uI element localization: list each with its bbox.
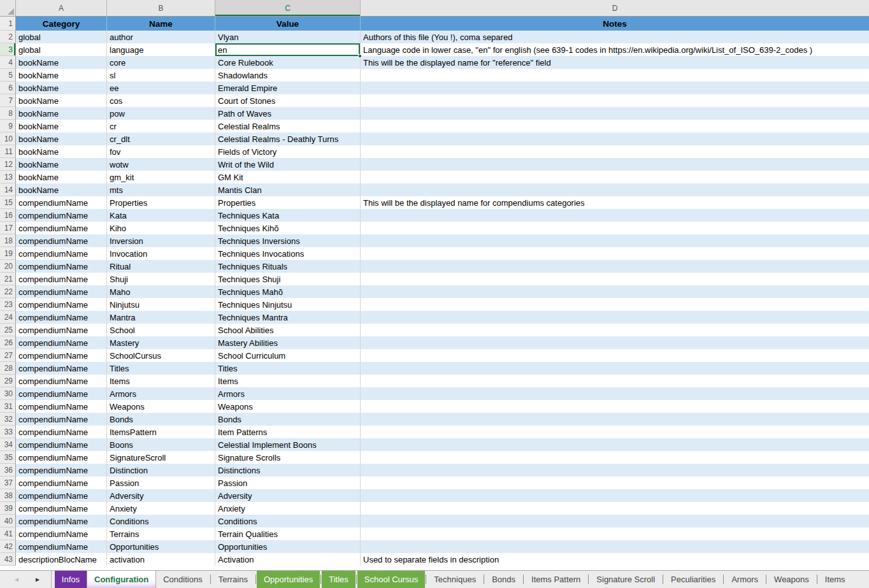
cell-A12[interactable]: bookName (16, 158, 107, 171)
cell-A6[interactable]: bookName (16, 82, 107, 94)
cell-D11[interactable] (361, 145, 869, 158)
cell-C40[interactable]: Conditions (215, 515, 361, 527)
header-cell-notes[interactable]: Notes (361, 17, 869, 31)
row-header-19[interactable]: 19 (0, 247, 16, 260)
cell-D33[interactable] (361, 426, 869, 438)
cell-D15[interactable]: This will be the displayed name for comp… (361, 196, 869, 209)
cell-D20[interactable] (361, 260, 869, 273)
header-cell-value[interactable]: Value (215, 17, 361, 31)
cell-A7[interactable]: bookName (16, 94, 107, 107)
row-header-16[interactable]: 16 (0, 209, 16, 222)
cell-C36[interactable]: Distinctions (215, 464, 361, 477)
cell-A35[interactable]: compendiumName (16, 451, 107, 464)
cell-B24[interactable]: Mantra (107, 311, 215, 324)
cell-C37[interactable]: Passion (215, 477, 361, 489)
tab-techniques[interactable]: Techniques (427, 571, 483, 588)
cell-B7[interactable]: cos (107, 94, 215, 107)
tab-signature-scroll[interactable]: Signature Scroll (589, 571, 662, 588)
cell-B43[interactable]: activation (107, 553, 215, 566)
cell-D43[interactable]: Used to separate fields in description (361, 553, 869, 566)
cell-A18[interactable]: compendiumName (16, 234, 107, 247)
row-header-15[interactable]: 15 (0, 196, 16, 209)
cell-D2[interactable]: Authors of this file (You !), coma separ… (361, 31, 869, 43)
cell-A20[interactable]: compendiumName (16, 260, 107, 273)
cell-C24[interactable]: Techniques Mantra (215, 311, 361, 324)
cell-C34[interactable]: Celestial Implement Boons (215, 438, 361, 451)
cell-D26[interactable] (361, 336, 869, 349)
cell-C7[interactable]: Court of Stones (215, 94, 361, 107)
cell-C28[interactable]: Titles (215, 362, 361, 375)
row-header-34[interactable]: 34 (0, 438, 16, 451)
row-header-23[interactable]: 23 (0, 298, 16, 311)
cell-A43[interactable]: descriptionBlocName (16, 553, 107, 566)
cell-C8[interactable]: Path of Waves (215, 107, 361, 120)
cell-A40[interactable]: compendiumName (16, 515, 107, 527)
cell-A23[interactable]: compendiumName (16, 298, 107, 311)
cell-C13[interactable]: GM Kit (215, 171, 361, 183)
sheet-nav-right-icon[interactable]: ► (34, 577, 41, 583)
cell-A26[interactable]: compendiumName (16, 336, 107, 349)
cell-D18[interactable] (361, 234, 869, 247)
header-cell-name[interactable]: Name (107, 17, 215, 31)
row-header-30[interactable]: 30 (0, 387, 16, 400)
cell-C5[interactable]: Shadowlands (215, 69, 361, 82)
cell-B40[interactable]: Conditions (107, 515, 215, 527)
cell-C22[interactable]: Techniques Mahõ (215, 285, 361, 298)
cell-B16[interactable]: Kata (107, 209, 215, 222)
row-header-27[interactable]: 27 (0, 349, 16, 362)
cell-A32[interactable]: compendiumName (16, 413, 107, 426)
cell-A34[interactable]: compendiumName (16, 438, 107, 451)
cell-B3[interactable]: language (107, 43, 215, 56)
cell-C31[interactable]: Weapons (215, 400, 361, 413)
cell-D34[interactable] (361, 438, 869, 451)
cell-B31[interactable]: Weapons (107, 400, 215, 413)
tab-infos[interactable]: Infos (55, 571, 87, 588)
cell-B36[interactable]: Distinction (107, 464, 215, 477)
cell-D25[interactable] (361, 324, 869, 336)
cell-B17[interactable]: Kiho (107, 222, 215, 234)
cell-D30[interactable] (361, 387, 869, 400)
cell-B27[interactable]: SchoolCursus (107, 349, 215, 362)
cell-D7[interactable] (361, 94, 869, 107)
cell-B28[interactable]: Titles (107, 362, 215, 375)
cell-B39[interactable]: Anxiety (107, 502, 215, 515)
cell-A38[interactable]: compendiumName (16, 489, 107, 502)
row-header-11[interactable]: 11 (0, 145, 16, 158)
cell-C15[interactable]: Properties (215, 196, 361, 209)
cell-D17[interactable] (361, 222, 869, 234)
cell-D27[interactable] (361, 349, 869, 362)
cell-B13[interactable]: gm_kit (107, 171, 215, 183)
cell-C23[interactable]: Techniques Ninjutsu (215, 298, 361, 311)
cell-A8[interactable]: bookName (16, 107, 107, 120)
tab-items[interactable]: Items (818, 571, 852, 588)
cell-B26[interactable]: Mastery (107, 336, 215, 349)
cell-C12[interactable]: Writ of the Wild (215, 158, 361, 171)
cell-B25[interactable]: School (107, 324, 215, 336)
cell-C20[interactable]: Techniques Rituals (215, 260, 361, 273)
column-header-b[interactable]: B (107, 0, 215, 16)
cell-B20[interactable]: Ritual (107, 260, 215, 273)
cell-C16[interactable]: Techniques Kata (215, 209, 361, 222)
cell-C39[interactable]: Anxiety (215, 502, 361, 515)
cell-A16[interactable]: compendiumName (16, 209, 107, 222)
cell-C19[interactable]: Techniques Invocations (215, 247, 361, 260)
selection-fill-handle[interactable] (358, 54, 362, 58)
cell-B33[interactable]: ItemsPattern (107, 426, 215, 438)
row-header-1[interactable]: 1 (0, 17, 16, 31)
cell-A14[interactable]: bookName (16, 183, 107, 196)
cell-D37[interactable] (361, 477, 869, 489)
row-header-29[interactable]: 29 (0, 375, 16, 387)
tab-school-cursus[interactable]: School Cursus (357, 571, 426, 588)
cell-D38[interactable] (361, 489, 869, 502)
cell-D5[interactable] (361, 69, 869, 82)
tab-bonds[interactable]: Bonds (485, 571, 522, 588)
cell-D24[interactable] (361, 311, 869, 324)
cell-D16[interactable] (361, 209, 869, 222)
cell-D8[interactable] (361, 107, 869, 120)
cell-B11[interactable]: fov (107, 145, 215, 158)
cell-A19[interactable]: compendiumName (16, 247, 107, 260)
cell-D10[interactable] (361, 133, 869, 145)
row-header-7[interactable]: 7 (0, 94, 16, 107)
cell-C14[interactable]: Mantis Clan (215, 183, 361, 196)
cell-B37[interactable]: Passion (107, 477, 215, 489)
